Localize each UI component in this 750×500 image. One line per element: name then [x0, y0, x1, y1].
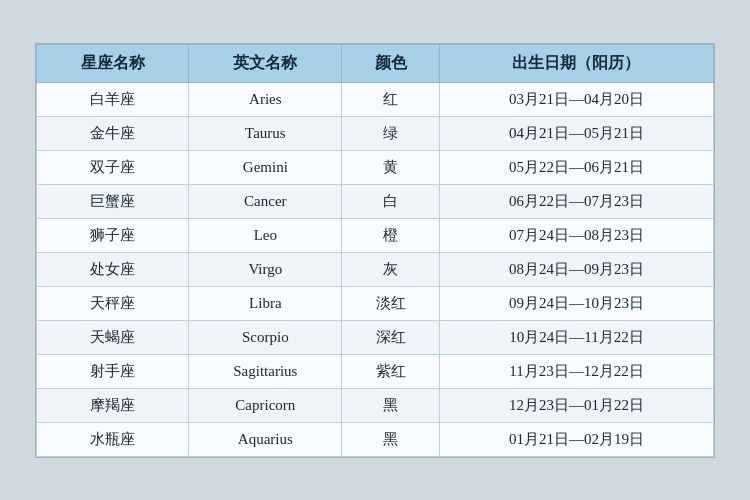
- table-row: 处女座Virgo灰08月24日—09月23日: [37, 252, 714, 286]
- table-row: 白羊座Aries红03月21日—04月20日: [37, 82, 714, 116]
- col-header-chinese-name: 星座名称: [37, 44, 189, 82]
- cell-r9-c0: 摩羯座: [37, 388, 189, 422]
- cell-r2-c1: Gemini: [189, 150, 342, 184]
- cell-r5-c3: 08月24日—09月23日: [439, 252, 713, 286]
- cell-r8-c1: Sagittarius: [189, 354, 342, 388]
- cell-r3-c1: Cancer: [189, 184, 342, 218]
- cell-r7-c2: 深红: [342, 320, 440, 354]
- cell-r4-c0: 狮子座: [37, 218, 189, 252]
- cell-r8-c3: 11月23日—12月22日: [439, 354, 713, 388]
- cell-r1-c2: 绿: [342, 116, 440, 150]
- cell-r7-c3: 10月24日—11月22日: [439, 320, 713, 354]
- cell-r6-c1: Libra: [189, 286, 342, 320]
- cell-r4-c3: 07月24日—08月23日: [439, 218, 713, 252]
- zodiac-table-container: 星座名称 英文名称 颜色 出生日期（阳历） 白羊座Aries红03月21日—04…: [35, 43, 715, 458]
- cell-r10-c3: 01月21日—02月19日: [439, 422, 713, 456]
- cell-r9-c3: 12月23日—01月22日: [439, 388, 713, 422]
- table-row: 射手座Sagittarius紫红11月23日—12月22日: [37, 354, 714, 388]
- col-header-birthdate: 出生日期（阳历）: [439, 44, 713, 82]
- cell-r10-c2: 黑: [342, 422, 440, 456]
- table-row: 水瓶座Aquarius黑01月21日—02月19日: [37, 422, 714, 456]
- table-row: 狮子座Leo橙07月24日—08月23日: [37, 218, 714, 252]
- cell-r6-c3: 09月24日—10月23日: [439, 286, 713, 320]
- table-row: 金牛座Taurus绿04月21日—05月21日: [37, 116, 714, 150]
- col-header-english-name: 英文名称: [189, 44, 342, 82]
- table-row: 天秤座Libra淡红09月24日—10月23日: [37, 286, 714, 320]
- cell-r10-c0: 水瓶座: [37, 422, 189, 456]
- zodiac-table: 星座名称 英文名称 颜色 出生日期（阳历） 白羊座Aries红03月21日—04…: [36, 44, 714, 457]
- col-header-color: 颜色: [342, 44, 440, 82]
- cell-r1-c0: 金牛座: [37, 116, 189, 150]
- cell-r5-c2: 灰: [342, 252, 440, 286]
- table-body: 白羊座Aries红03月21日—04月20日金牛座Taurus绿04月21日—0…: [37, 82, 714, 456]
- table-row: 摩羯座Capricorn黑12月23日—01月22日: [37, 388, 714, 422]
- table-row: 天蝎座Scorpio深红10月24日—11月22日: [37, 320, 714, 354]
- cell-r5-c1: Virgo: [189, 252, 342, 286]
- table-row: 巨蟹座Cancer白06月22日—07月23日: [37, 184, 714, 218]
- cell-r2-c2: 黄: [342, 150, 440, 184]
- cell-r3-c2: 白: [342, 184, 440, 218]
- cell-r0-c2: 红: [342, 82, 440, 116]
- cell-r2-c0: 双子座: [37, 150, 189, 184]
- cell-r5-c0: 处女座: [37, 252, 189, 286]
- cell-r0-c1: Aries: [189, 82, 342, 116]
- cell-r1-c3: 04月21日—05月21日: [439, 116, 713, 150]
- cell-r3-c3: 06月22日—07月23日: [439, 184, 713, 218]
- cell-r0-c0: 白羊座: [37, 82, 189, 116]
- table-row: 双子座Gemini黄05月22日—06月21日: [37, 150, 714, 184]
- cell-r4-c2: 橙: [342, 218, 440, 252]
- cell-r0-c3: 03月21日—04月20日: [439, 82, 713, 116]
- cell-r8-c0: 射手座: [37, 354, 189, 388]
- cell-r10-c1: Aquarius: [189, 422, 342, 456]
- cell-r7-c0: 天蝎座: [37, 320, 189, 354]
- cell-r4-c1: Leo: [189, 218, 342, 252]
- cell-r8-c2: 紫红: [342, 354, 440, 388]
- cell-r1-c1: Taurus: [189, 116, 342, 150]
- cell-r9-c1: Capricorn: [189, 388, 342, 422]
- cell-r6-c2: 淡红: [342, 286, 440, 320]
- cell-r3-c0: 巨蟹座: [37, 184, 189, 218]
- cell-r6-c0: 天秤座: [37, 286, 189, 320]
- cell-r7-c1: Scorpio: [189, 320, 342, 354]
- cell-r9-c2: 黑: [342, 388, 440, 422]
- cell-r2-c3: 05月22日—06月21日: [439, 150, 713, 184]
- table-header-row: 星座名称 英文名称 颜色 出生日期（阳历）: [37, 44, 714, 82]
